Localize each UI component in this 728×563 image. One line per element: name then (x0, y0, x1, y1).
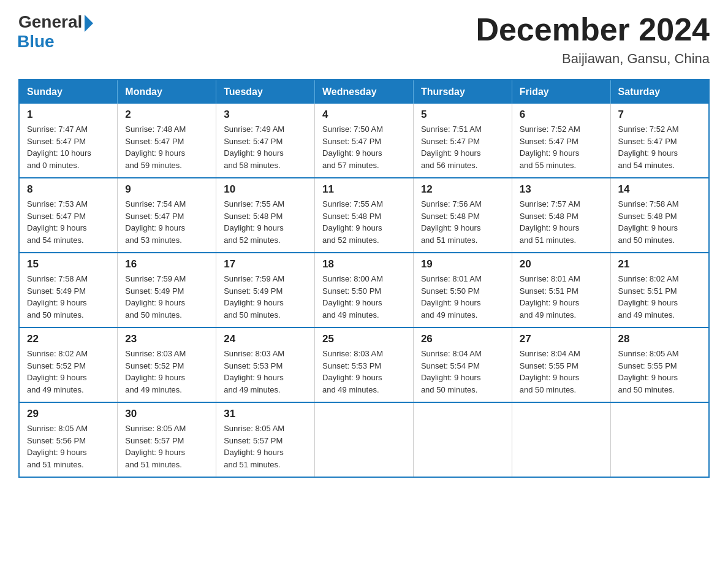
day-info: Sunrise: 7:59 AM Sunset: 5:49 PM Dayligh… (125, 273, 208, 321)
logo: General Blue (18, 12, 93, 52)
day-cell: 18 Sunrise: 8:00 AM Sunset: 5:50 PM Dayl… (315, 253, 414, 327)
day-info: Sunrise: 7:59 AM Sunset: 5:49 PM Dayligh… (224, 273, 307, 321)
day-info: Sunrise: 8:02 AM Sunset: 5:52 PM Dayligh… (27, 348, 110, 396)
day-cell (512, 402, 610, 477)
day-cell: 2 Sunrise: 7:48 AM Sunset: 5:47 PM Dayli… (118, 104, 216, 178)
col-sunday: Sunday (19, 80, 118, 104)
day-info: Sunrise: 7:55 AM Sunset: 5:48 PM Dayligh… (322, 198, 406, 246)
calendar-table: Sunday Monday Tuesday Wednesday Thursday… (18, 79, 710, 478)
day-number: 9 (125, 183, 208, 196)
col-tuesday: Tuesday (216, 80, 315, 104)
day-cell: 12 Sunrise: 7:56 AM Sunset: 5:48 PM Dayl… (413, 178, 512, 253)
title-section: December 2024 Baijiawan, Gansu, China (476, 12, 710, 67)
day-info: Sunrise: 7:54 AM Sunset: 5:47 PM Dayligh… (125, 198, 208, 246)
day-cell: 6 Sunrise: 7:52 AM Sunset: 5:47 PM Dayli… (512, 104, 610, 178)
day-info: Sunrise: 7:48 AM Sunset: 5:47 PM Dayligh… (125, 123, 208, 171)
day-number: 6 (520, 109, 603, 121)
day-cell: 20 Sunrise: 8:01 AM Sunset: 5:51 PM Dayl… (512, 253, 610, 327)
day-info: Sunrise: 8:05 AM Sunset: 5:57 PM Dayligh… (125, 423, 208, 470)
day-number: 20 (520, 258, 603, 270)
week-row-1: 1 Sunrise: 7:47 AM Sunset: 5:47 PM Dayli… (19, 104, 709, 178)
day-cell: 16 Sunrise: 7:59 AM Sunset: 5:49 PM Dayl… (118, 253, 216, 327)
day-info: Sunrise: 7:49 AM Sunset: 5:47 PM Dayligh… (224, 123, 307, 171)
day-cell: 15 Sunrise: 7:58 AM Sunset: 5:49 PM Dayl… (19, 253, 118, 327)
day-number: 27 (520, 333, 603, 345)
day-info: Sunrise: 8:05 AM Sunset: 5:55 PM Dayligh… (618, 348, 701, 396)
day-number: 2 (125, 109, 208, 121)
day-info: Sunrise: 7:56 AM Sunset: 5:48 PM Dayligh… (421, 198, 504, 246)
logo-arrow-icon (85, 15, 93, 32)
day-info: Sunrise: 8:03 AM Sunset: 5:53 PM Dayligh… (322, 348, 406, 396)
page-header: General Blue December 2024 Baijiawan, Ga… (18, 12, 710, 67)
month-title: December 2024 (476, 12, 710, 47)
day-info: Sunrise: 8:03 AM Sunset: 5:52 PM Dayligh… (125, 348, 208, 396)
day-cell: 1 Sunrise: 7:47 AM Sunset: 5:47 PM Dayli… (19, 104, 118, 178)
day-info: Sunrise: 7:57 AM Sunset: 5:48 PM Dayligh… (520, 198, 603, 246)
day-cell (413, 402, 512, 477)
day-cell: 26 Sunrise: 8:04 AM Sunset: 5:54 PM Dayl… (413, 327, 512, 402)
week-row-3: 15 Sunrise: 7:58 AM Sunset: 5:49 PM Dayl… (19, 253, 709, 327)
day-number: 21 (618, 258, 701, 270)
col-thursday: Thursday (413, 80, 512, 104)
day-number: 19 (421, 258, 504, 270)
day-cell: 5 Sunrise: 7:51 AM Sunset: 5:47 PM Dayli… (413, 104, 512, 178)
day-cell: 19 Sunrise: 8:01 AM Sunset: 5:50 PM Dayl… (413, 253, 512, 327)
day-number: 4 (322, 109, 406, 121)
logo-blue-text: Blue (17, 32, 55, 52)
day-cell: 25 Sunrise: 8:03 AM Sunset: 5:53 PM Dayl… (315, 327, 414, 402)
day-cell: 17 Sunrise: 7:59 AM Sunset: 5:49 PM Dayl… (216, 253, 315, 327)
week-row-5: 29 Sunrise: 8:05 AM Sunset: 5:56 PM Dayl… (19, 402, 709, 477)
day-cell (315, 402, 414, 477)
day-info: Sunrise: 8:05 AM Sunset: 5:56 PM Dayligh… (27, 423, 110, 470)
day-cell: 28 Sunrise: 8:05 AM Sunset: 5:55 PM Dayl… (610, 327, 709, 402)
day-cell: 14 Sunrise: 7:58 AM Sunset: 5:48 PM Dayl… (610, 178, 709, 253)
day-info: Sunrise: 7:58 AM Sunset: 5:49 PM Dayligh… (27, 273, 110, 321)
col-friday: Friday (512, 80, 610, 104)
day-number: 8 (27, 183, 110, 196)
day-info: Sunrise: 8:05 AM Sunset: 5:57 PM Dayligh… (224, 423, 307, 470)
day-number: 23 (125, 333, 208, 345)
day-number: 31 (224, 408, 307, 420)
day-number: 24 (224, 333, 307, 345)
day-number: 17 (224, 258, 307, 270)
day-number: 13 (520, 183, 603, 196)
day-info: Sunrise: 8:04 AM Sunset: 5:54 PM Dayligh… (421, 348, 504, 396)
day-info: Sunrise: 7:52 AM Sunset: 5:47 PM Dayligh… (618, 123, 701, 171)
day-info: Sunrise: 7:55 AM Sunset: 5:48 PM Dayligh… (224, 198, 307, 246)
day-number: 1 (27, 109, 110, 121)
day-cell: 3 Sunrise: 7:49 AM Sunset: 5:47 PM Dayli… (216, 104, 315, 178)
col-wednesday: Wednesday (315, 80, 414, 104)
day-info: Sunrise: 8:02 AM Sunset: 5:51 PM Dayligh… (618, 273, 701, 321)
week-row-2: 8 Sunrise: 7:53 AM Sunset: 5:47 PM Dayli… (19, 178, 709, 253)
day-info: Sunrise: 8:04 AM Sunset: 5:55 PM Dayligh… (520, 348, 603, 396)
day-cell: 21 Sunrise: 8:02 AM Sunset: 5:51 PM Dayl… (610, 253, 709, 327)
day-number: 15 (27, 258, 110, 270)
day-info: Sunrise: 8:01 AM Sunset: 5:50 PM Dayligh… (421, 273, 504, 321)
day-cell: 30 Sunrise: 8:05 AM Sunset: 5:57 PM Dayl… (118, 402, 216, 477)
day-number: 30 (125, 408, 208, 420)
day-info: Sunrise: 7:53 AM Sunset: 5:47 PM Dayligh… (27, 198, 110, 246)
day-cell: 7 Sunrise: 7:52 AM Sunset: 5:47 PM Dayli… (610, 104, 709, 178)
day-number: 10 (224, 183, 307, 196)
day-number: 29 (27, 408, 110, 420)
week-row-4: 22 Sunrise: 8:02 AM Sunset: 5:52 PM Dayl… (19, 327, 709, 402)
day-cell: 8 Sunrise: 7:53 AM Sunset: 5:47 PM Dayli… (19, 178, 118, 253)
day-cell: 31 Sunrise: 8:05 AM Sunset: 5:57 PM Dayl… (216, 402, 315, 477)
day-cell: 9 Sunrise: 7:54 AM Sunset: 5:47 PM Dayli… (118, 178, 216, 253)
col-saturday: Saturday (610, 80, 709, 104)
day-number: 22 (27, 333, 110, 345)
day-cell: 22 Sunrise: 8:02 AM Sunset: 5:52 PM Dayl… (19, 327, 118, 402)
day-cell: 27 Sunrise: 8:04 AM Sunset: 5:55 PM Dayl… (512, 327, 610, 402)
day-cell: 23 Sunrise: 8:03 AM Sunset: 5:52 PM Dayl… (118, 327, 216, 402)
logo-general-text: General (18, 12, 82, 32)
day-number: 28 (618, 333, 701, 345)
location: Baijiawan, Gansu, China (476, 51, 710, 67)
day-info: Sunrise: 8:01 AM Sunset: 5:51 PM Dayligh… (520, 273, 603, 321)
day-number: 5 (421, 109, 504, 121)
col-monday: Monday (118, 80, 216, 104)
day-info: Sunrise: 7:58 AM Sunset: 5:48 PM Dayligh… (618, 198, 701, 246)
day-cell: 29 Sunrise: 8:05 AM Sunset: 5:56 PM Dayl… (19, 402, 118, 477)
day-number: 14 (618, 183, 701, 196)
day-info: Sunrise: 7:47 AM Sunset: 5:47 PM Dayligh… (27, 123, 110, 171)
day-cell: 10 Sunrise: 7:55 AM Sunset: 5:48 PM Dayl… (216, 178, 315, 253)
